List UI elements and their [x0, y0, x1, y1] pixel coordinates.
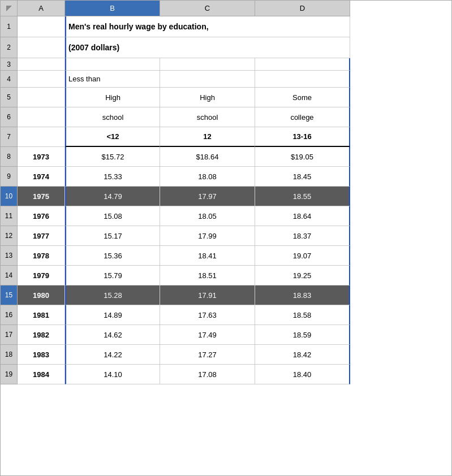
row-header-19[interactable]: 19 — [1, 365, 18, 384]
table-row: 1984 14.10 17.08 18.40 — [18, 365, 451, 384]
cell-d17[interactable]: 18.59 — [255, 325, 350, 345]
cell-a19[interactable]: 1984 — [18, 365, 65, 384]
cell-d15[interactable]: 18.83 — [255, 285, 350, 305]
cell-d11[interactable]: 18.64 — [255, 206, 350, 226]
cell-c5[interactable]: High — [160, 88, 255, 107]
row-header-2[interactable]: 2 — [1, 37, 18, 58]
corner-cell[interactable] — [1, 1, 18, 16]
cell-d4[interactable] — [255, 71, 350, 88]
cell-a18[interactable]: 1983 — [18, 345, 65, 365]
cell-b7[interactable]: <12 — [65, 127, 160, 147]
cell-c7[interactable]: 12 — [160, 127, 255, 147]
table-row: High High Some — [18, 88, 451, 107]
cell-c14[interactable]: 18.51 — [160, 266, 255, 285]
cell-a14[interactable]: 1979 — [18, 266, 65, 285]
cell-a10[interactable]: 1975 — [18, 187, 65, 206]
cell-c9[interactable]: 18.08 — [160, 167, 255, 187]
row-header-14[interactable]: 14 — [1, 266, 18, 285]
cell-d10[interactable]: 18.55 — [255, 187, 350, 206]
col-header-b[interactable]: B — [65, 1, 160, 16]
row-header-6[interactable]: 6 — [1, 107, 18, 127]
row-header-13[interactable]: 13 — [1, 246, 18, 266]
cell-a8[interactable]: 1973 — [18, 147, 65, 167]
cell-a12[interactable]: 1977 — [18, 226, 65, 246]
cell-b17[interactable]: 14.62 — [65, 325, 160, 345]
row-header-16[interactable]: 16 — [1, 305, 18, 325]
cell-d18[interactable]: 18.42 — [255, 345, 350, 365]
cell-b13[interactable]: 15.36 — [65, 246, 160, 266]
row-header-10[interactable]: 10 — [1, 187, 18, 206]
col-header-d[interactable]: D — [255, 1, 350, 16]
cell-c8[interactable]: $18.64 — [160, 147, 255, 167]
cell-c3[interactable] — [160, 58, 255, 71]
cell-c10[interactable]: 17.97 — [160, 187, 255, 206]
cell-b4[interactable]: Less than — [65, 71, 160, 88]
row-header-18[interactable]: 18 — [1, 345, 18, 365]
cell-a13[interactable]: 1978 — [18, 246, 65, 266]
cell-b10[interactable]: 14.79 — [65, 187, 160, 206]
cell-d12[interactable]: 18.37 — [255, 226, 350, 246]
cell-a7[interactable] — [18, 127, 65, 147]
row-header-12[interactable]: 12 — [1, 226, 18, 246]
cell-c4[interactable] — [160, 71, 255, 88]
cell-d3[interactable] — [255, 58, 350, 71]
cell-d14[interactable]: 19.25 — [255, 266, 350, 285]
cell-b16[interactable]: 14.89 — [65, 305, 160, 325]
cell-a1[interactable] — [18, 16, 65, 37]
row-header-11[interactable]: 11 — [1, 206, 18, 226]
cell-d19[interactable]: 18.40 — [255, 365, 350, 384]
cell-c18[interactable]: 17.27 — [160, 345, 255, 365]
cell-c11[interactable]: 18.05 — [160, 206, 255, 226]
cell-d7[interactable]: 13-16 — [255, 127, 350, 147]
row-header-5[interactable]: 5 — [1, 88, 18, 107]
row-header-8[interactable]: 8 — [1, 147, 18, 167]
cell-b5[interactable]: High — [65, 88, 160, 107]
col-header-a[interactable]: A — [18, 1, 65, 16]
cell-d13[interactable]: 19.07 — [255, 246, 350, 266]
cell-c17[interactable]: 17.49 — [160, 325, 255, 345]
row-header-4[interactable]: 4 — [1, 71, 18, 88]
cell-c13[interactable]: 18.41 — [160, 246, 255, 266]
cell-d5[interactable]: Some — [255, 88, 350, 107]
cell-b15[interactable]: 15.28 — [65, 285, 160, 305]
cell-a11[interactable]: 1976 — [18, 206, 65, 226]
row-header-7[interactable]: 7 — [1, 127, 18, 147]
table-row: 1982 14.62 17.49 18.59 — [18, 325, 451, 345]
cell-d8[interactable]: $19.05 — [255, 147, 350, 167]
cell-b2[interactable]: (2007 dollars) — [65, 37, 350, 58]
table-row: 1978 15.36 18.41 19.07 — [18, 246, 451, 266]
cell-c16[interactable]: 17.63 — [160, 305, 255, 325]
cell-b8[interactable]: $15.72 — [65, 147, 160, 167]
cell-c12[interactable]: 17.99 — [160, 226, 255, 246]
cell-b1[interactable]: Men's real hourly wage by education, — [65, 16, 350, 37]
cell-c15[interactable]: 17.91 — [160, 285, 255, 305]
cell-a16[interactable]: 1981 — [18, 305, 65, 325]
cell-b18[interactable]: 14.22 — [65, 345, 160, 365]
cell-c19[interactable]: 17.08 — [160, 365, 255, 384]
row-header-3[interactable]: 3 — [1, 58, 18, 71]
col-header-c[interactable]: C — [160, 1, 255, 16]
row-header-1[interactable]: 1 — [1, 16, 18, 37]
cell-b3[interactable] — [65, 58, 160, 71]
cell-d16[interactable]: 18.58 — [255, 305, 350, 325]
cell-b12[interactable]: 15.17 — [65, 226, 160, 246]
cell-b6[interactable]: school — [65, 107, 160, 127]
cell-c6[interactable]: school — [160, 107, 255, 127]
cell-b9[interactable]: 15.33 — [65, 167, 160, 187]
row-header-15[interactable]: 15 — [1, 285, 18, 305]
row-header-17[interactable]: 17 — [1, 325, 18, 345]
cell-b19[interactable]: 14.10 — [65, 365, 160, 384]
cell-a15[interactable]: 1980 — [18, 285, 65, 305]
cell-a5[interactable] — [18, 88, 65, 107]
row-header-9[interactable]: 9 — [1, 167, 18, 187]
cell-a9[interactable]: 1974 — [18, 167, 65, 187]
cell-b14[interactable]: 15.79 — [65, 266, 160, 285]
cell-d6[interactable]: college — [255, 107, 350, 127]
cell-a2[interactable] — [18, 37, 65, 58]
cell-a4[interactable] — [18, 71, 65, 88]
cell-a17[interactable]: 1982 — [18, 325, 65, 345]
cell-b11[interactable]: 15.08 — [65, 206, 160, 226]
cell-d9[interactable]: 18.45 — [255, 167, 350, 187]
cell-a3[interactable] — [18, 58, 65, 71]
cell-a6[interactable] — [18, 107, 65, 127]
